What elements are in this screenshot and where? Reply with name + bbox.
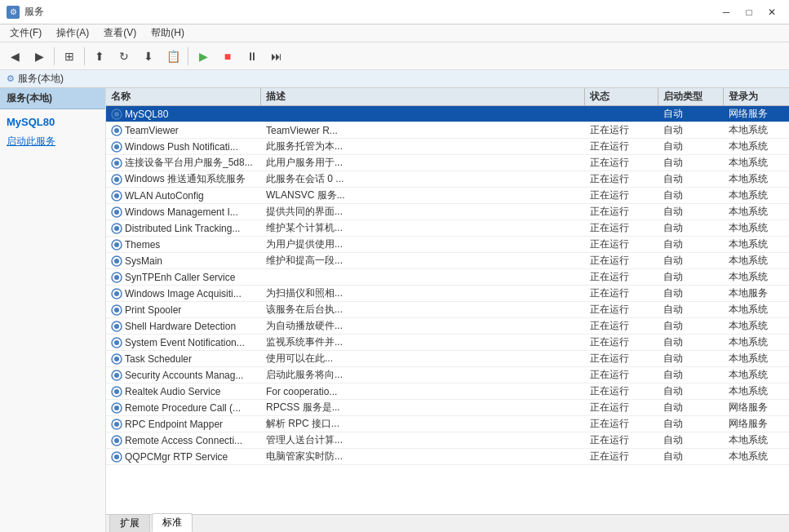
service-login-cell: 本地系统 bbox=[724, 171, 789, 187]
service-name-text: WLAN AutoConfig bbox=[125, 190, 204, 202]
start-service-link[interactable]: 启动此服务 bbox=[7, 135, 99, 149]
forward-button[interactable]: ▶ bbox=[28, 46, 51, 67]
table-row[interactable]: Security Accounts Manag...启动此服务将向...正在运行… bbox=[106, 367, 789, 383]
left-panel-content: MySQL80 启动此服务 bbox=[0, 109, 105, 158]
table-row[interactable]: Print Spooler该服务在后台执...正在运行自动本地系统 bbox=[106, 302, 789, 318]
table-row[interactable]: System Event Notification...监视系统事件并...正在… bbox=[106, 335, 789, 351]
close-button[interactable]: ✕ bbox=[761, 4, 782, 20]
service-icon bbox=[111, 386, 122, 397]
left-panel: 服务(本地) MySQL80 启动此服务 bbox=[0, 88, 106, 532]
col-status[interactable]: 状态 bbox=[585, 88, 658, 105]
menu-file[interactable]: 文件(F) bbox=[3, 25, 48, 42]
service-login-cell: 本地系统 bbox=[724, 449, 789, 464]
service-status-cell bbox=[585, 106, 658, 122]
col-login[interactable]: 登录为 bbox=[724, 88, 789, 105]
svg-point-19 bbox=[114, 259, 119, 264]
service-icon bbox=[111, 419, 122, 430]
service-icon bbox=[111, 451, 122, 463]
table-row[interactable]: Remote Access Connecti...管理人送台计算...正在运行自… bbox=[106, 432, 789, 449]
service-desc-cell: RPCSS 服务是... bbox=[261, 400, 585, 415]
service-name-text: Task Scheduler bbox=[125, 353, 192, 365]
table-row[interactable]: Windows Image Acquisiti...为扫描仪和照相...正在运行… bbox=[106, 286, 789, 302]
menu-action[interactable]: 操作(A) bbox=[50, 25, 95, 42]
title-bar: ⚙ 服务 ─ □ ✕ bbox=[0, 0, 789, 24]
table-row[interactable]: RPC Endpoint Mapper解析 RPC 接口...正在运行自动网络服… bbox=[106, 416, 789, 432]
service-name-text: Remote Access Connecti... bbox=[125, 435, 242, 446]
svg-point-41 bbox=[114, 438, 119, 443]
service-login-cell: 本地服务 bbox=[724, 286, 789, 301]
service-login-cell: 本地系统 bbox=[724, 269, 789, 285]
service-icon bbox=[111, 109, 122, 120]
service-startup-cell: 自动 bbox=[658, 237, 724, 252]
service-login-cell: 本地系统 bbox=[724, 220, 789, 236]
show-hide-button[interactable]: ⊞ bbox=[58, 46, 81, 67]
table-row[interactable]: Task Scheduler使用可以在此...正在运行自动本地系统 bbox=[106, 351, 789, 367]
refresh-button[interactable]: ↻ bbox=[113, 46, 135, 67]
col-name[interactable]: 名称 bbox=[106, 88, 261, 105]
window-title: 服务 bbox=[24, 5, 44, 19]
service-status-cell: 正在运行 bbox=[585, 302, 658, 317]
service-name-text: MySQL80 bbox=[125, 109, 168, 120]
services-table[interactable]: MySQL80自动网络服务TeamViewerTeamViewer R...正在… bbox=[106, 106, 789, 514]
table-row[interactable]: SynTPEnh Caller Service正在运行自动本地系统 bbox=[106, 269, 789, 286]
service-icon bbox=[111, 304, 122, 316]
menu-help[interactable]: 帮助(H) bbox=[144, 25, 191, 42]
service-login-cell: 本地系统 bbox=[724, 318, 789, 334]
service-desc-cell: TeamViewer R... bbox=[261, 122, 585, 138]
toolbar: ◀ ▶ ⊞ ⬆ ↻ ⬇ 📋 ▶ ■ ⏸ ⏭ bbox=[0, 42, 789, 70]
start-service-button[interactable]: ▶ bbox=[192, 46, 215, 67]
table-row[interactable]: TeamViewerTeamViewer R...正在运行自动本地系统 bbox=[106, 122, 789, 139]
svg-point-31 bbox=[114, 357, 119, 361]
service-status-cell: 正在运行 bbox=[585, 449, 658, 464]
pause-service-button[interactable]: ⏸ bbox=[241, 46, 264, 67]
table-row[interactable]: Windows Push Notificati...此服务托管为本...正在运行… bbox=[106, 139, 789, 155]
tab-standard[interactable]: 标准 bbox=[152, 513, 193, 532]
col-startup[interactable]: 启动类型 bbox=[658, 88, 724, 105]
service-name-text: RPC Endpoint Mapper bbox=[125, 419, 223, 430]
service-icon bbox=[111, 157, 122, 169]
service-login-cell: 本地系统 bbox=[724, 302, 789, 317]
service-desc-cell: 使用可以在此... bbox=[261, 351, 585, 366]
maximize-button[interactable]: □ bbox=[738, 4, 760, 20]
service-name-text: Shell Hardware Detection bbox=[125, 321, 236, 332]
service-login-cell: 本地系统 bbox=[724, 383, 789, 399]
service-name-cell: MySQL80 bbox=[106, 106, 261, 122]
address-icon: ⚙ bbox=[7, 73, 15, 84]
restart-service-button[interactable]: ⏭ bbox=[265, 46, 288, 67]
table-row[interactable]: Windows 推送通知系统服务此服务在会话 0 ...正在运行自动本地系统 bbox=[106, 171, 789, 188]
col-desc[interactable]: 描述 bbox=[261, 88, 585, 105]
table-row[interactable]: Shell Hardware Detection为自动播放硬件...正在运行自动… bbox=[106, 318, 789, 335]
properties-button[interactable]: 📋 bbox=[162, 46, 184, 67]
table-row[interactable]: Realtek Audio ServiceFor cooperatio...正在… bbox=[106, 383, 789, 400]
service-desc-cell: 此服务托管为本... bbox=[261, 139, 585, 154]
table-row[interactable]: QQPCMgr RTP Service电脑管家实时防...正在运行自动本地系统 bbox=[106, 449, 789, 465]
table-row[interactable]: WLAN AutoConfigWLANSVC 服务...正在运行自动本地系统 bbox=[106, 188, 789, 204]
stop-service-button[interactable]: ■ bbox=[216, 46, 239, 67]
svg-point-15 bbox=[114, 226, 119, 231]
service-status-cell: 正在运行 bbox=[585, 122, 658, 138]
table-row[interactable]: Remote Procedure Call (...RPCSS 服务是...正在… bbox=[106, 400, 789, 416]
service-login-cell: 本地系统 bbox=[724, 432, 789, 448]
minimize-button[interactable]: ─ bbox=[716, 4, 737, 20]
table-row[interactable]: SysMain维护和提高一段...正在运行自动本地系统 bbox=[106, 253, 789, 269]
table-row[interactable]: Themes为用户提供使用...正在运行自动本地系统 bbox=[106, 237, 789, 253]
service-login-cell: 本地系统 bbox=[724, 335, 789, 350]
service-login-cell: 本地系统 bbox=[724, 367, 789, 383]
table-row[interactable]: Windows Management I...提供共同的界面...正在运行自动本… bbox=[106, 204, 789, 220]
service-desc-cell: 该服务在后台执... bbox=[261, 302, 585, 317]
export-button[interactable]: ⬇ bbox=[137, 46, 160, 67]
tab-expand[interactable]: 扩展 bbox=[109, 514, 150, 532]
service-login-cell: 本地系统 bbox=[724, 204, 789, 219]
svg-point-25 bbox=[114, 308, 119, 313]
table-row[interactable]: Distributed Link Tracking...维护某个计算机...正在… bbox=[106, 220, 789, 237]
service-startup-cell: 自动 bbox=[658, 400, 724, 415]
back-button[interactable]: ◀ bbox=[3, 46, 26, 67]
service-startup-cell: 自动 bbox=[658, 335, 724, 350]
service-name-cell: 连接设备平台用户服务_5d8... bbox=[106, 155, 261, 171]
service-icon bbox=[111, 370, 122, 381]
menu-view[interactable]: 查看(V) bbox=[97, 25, 143, 42]
up-button[interactable]: ⬆ bbox=[88, 46, 111, 67]
svg-point-23 bbox=[114, 291, 119, 296]
table-row[interactable]: MySQL80自动网络服务 bbox=[106, 106, 789, 122]
table-row[interactable]: 连接设备平台用户服务_5d8...此用户服务用于...正在运行自动本地系统 bbox=[106, 155, 789, 171]
